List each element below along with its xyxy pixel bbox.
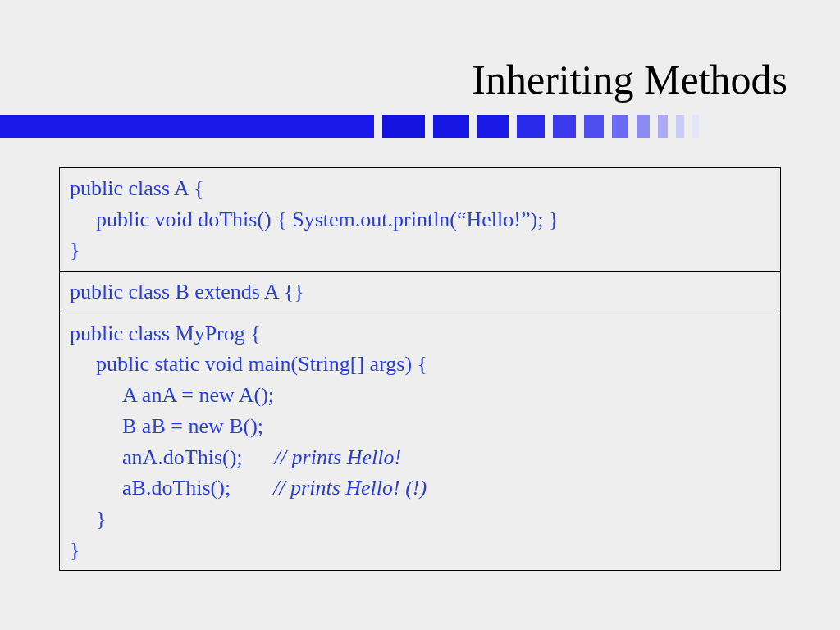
code-line: public static void main(String[] args) { xyxy=(70,349,770,380)
code-comment: // prints Hello! xyxy=(275,445,402,469)
code-line: B aB = new B(); xyxy=(70,411,770,442)
code-line: } xyxy=(70,535,770,566)
code-line: A anA = new A(); xyxy=(70,380,770,411)
bar-segment xyxy=(553,115,576,138)
bar-segment xyxy=(658,115,668,138)
code-line: public class MyProg { xyxy=(70,318,770,349)
bar-solid xyxy=(0,115,374,138)
code-comment: // prints Hello! (!) xyxy=(273,476,427,500)
bar-segment xyxy=(584,115,604,138)
bar-segment xyxy=(477,115,509,138)
code-line: anA.doThis(); // prints Hello! xyxy=(70,442,770,473)
bar-segment xyxy=(433,115,469,138)
code-line: } xyxy=(70,504,770,535)
code-line: aB.doThis(); // prints Hello! (!) xyxy=(70,472,770,504)
code-box-b: public class B extends A {} xyxy=(59,272,781,313)
code-line: public void doThis() { System.out.printl… xyxy=(70,204,770,235)
bar-segment xyxy=(637,115,650,138)
bar-segment xyxy=(692,115,699,138)
bar-segment xyxy=(676,115,684,138)
code-line: } xyxy=(70,235,770,266)
title-bar xyxy=(0,115,699,138)
code-box-c: public class MyProg { public static void… xyxy=(59,313,781,572)
code-line: public class B extends A {} xyxy=(70,276,770,308)
bar-segment xyxy=(612,115,628,138)
bar-segment xyxy=(382,115,425,138)
code-box-a: public class A { public void doThis() { … xyxy=(59,167,781,272)
content-area: public class A { public void doThis() { … xyxy=(59,167,781,571)
slide-title: Inheriting Methods xyxy=(0,56,788,103)
bar-segment xyxy=(517,115,545,138)
code-line: public class A { xyxy=(70,173,770,204)
